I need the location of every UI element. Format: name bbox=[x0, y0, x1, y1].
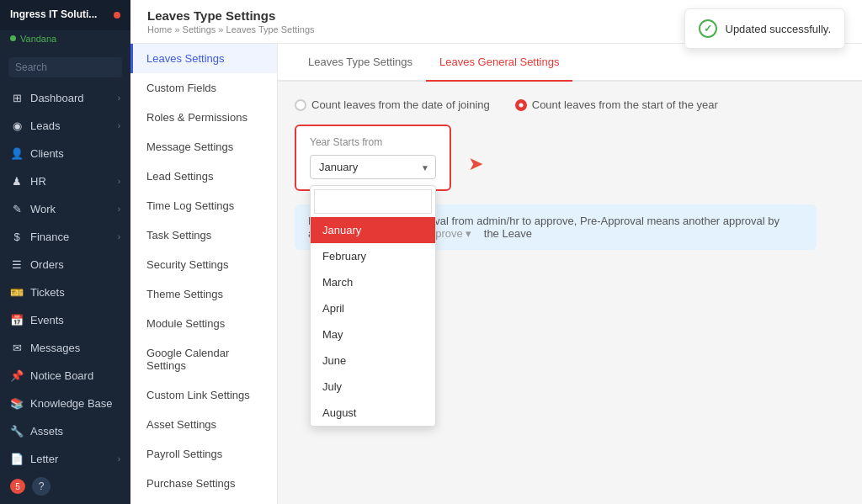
sidebar-item-finance[interactable]: $ Finance › bbox=[0, 223, 130, 251]
settings-item-leaves-settings[interactable]: Leaves Settings bbox=[130, 44, 277, 73]
page-title: Leaves Type Settings bbox=[147, 8, 315, 23]
sidebar-icon-hr: ♟ bbox=[10, 175, 24, 188]
sidebar-label-events: Events bbox=[30, 314, 64, 326]
sidebar-label-notice-board: Notice Board bbox=[30, 369, 93, 382]
main-content: Leaves Type Settings Home » Settings » L… bbox=[130, 0, 862, 504]
month-option-may[interactable]: May bbox=[311, 321, 435, 347]
sidebar-label-letter: Letter bbox=[30, 453, 58, 465]
sidebar-icon-leads: ◉ bbox=[10, 119, 24, 132]
sidebar-label-work: Work bbox=[30, 203, 56, 215]
sidebar-item-left-dashboard: ⊞ Dashboard bbox=[10, 92, 84, 104]
sidebar-item-orders[interactable]: ☰ Orders bbox=[0, 251, 130, 279]
sidebar-icon-messages: ✉ bbox=[10, 342, 24, 354]
sidebar-item-left-messages: ✉ Messages bbox=[10, 342, 80, 354]
content-area: Leaves SettingsCustom FieldsRoles & Perm… bbox=[130, 44, 862, 504]
sidebar-nav: ⊞ Dashboard › ◉ Leads › 👤 Clients ♟ HR ›… bbox=[0, 84, 130, 469]
sidebar-item-notice-board[interactable]: 📌 Notice Board bbox=[0, 362, 130, 390]
settings-item-custom-link[interactable]: Custom Link Settings bbox=[130, 380, 277, 410]
sidebar-item-hr[interactable]: ♟ HR › bbox=[0, 167, 130, 195]
toast-check-icon: ✓ bbox=[699, 19, 717, 38]
radio-option-joining[interactable]: Count leaves from the date of joining bbox=[295, 98, 490, 111]
sidebar-icon-notice-board: 📌 bbox=[10, 369, 24, 382]
settings-item-theme-settings[interactable]: Theme Settings bbox=[130, 279, 277, 309]
settings-sidebar: Leaves SettingsCustom FieldsRoles & Perm… bbox=[130, 44, 278, 504]
settings-item-message-settings[interactable]: Message Settings bbox=[130, 132, 277, 162]
settings-item-google-calendar[interactable]: Google Calendar Settings bbox=[130, 338, 277, 380]
settings-item-module-settings[interactable]: Module Settings bbox=[130, 309, 277, 338]
sidebar-label-orders: Orders bbox=[30, 258, 64, 271]
sidebar-item-left-notice-board: 📌 Notice Board bbox=[10, 369, 93, 382]
month-option-june[interactable]: June bbox=[311, 347, 435, 374]
settings-item-task-settings[interactable]: Task Settings bbox=[130, 220, 277, 250]
sidebar-label-clients: Clients bbox=[30, 147, 64, 160]
sidebar-header: Ingress IT Soluti... bbox=[0, 0, 130, 30]
month-option-march[interactable]: March bbox=[311, 269, 435, 295]
sidebar-item-knowledge-base[interactable]: 📚 Knowledge Base bbox=[0, 390, 130, 417]
sidebar-item-events[interactable]: 📅 Events bbox=[0, 306, 130, 334]
sidebar-icon-events: 📅 bbox=[10, 314, 24, 326]
sidebar-item-dashboard[interactable]: ⊞ Dashboard › bbox=[0, 84, 130, 112]
sidebar: Ingress IT Soluti... Vandana ⊞ Dashboard… bbox=[0, 0, 130, 504]
radio-circle-joining bbox=[295, 99, 306, 111]
sidebar-search-container bbox=[0, 50, 130, 84]
sidebar-item-left-leads: ◉ Leads bbox=[10, 119, 60, 132]
sidebar-label-leads: Leads bbox=[30, 119, 60, 132]
month-option-january[interactable]: January bbox=[311, 217, 435, 243]
sidebar-close-dot[interactable] bbox=[114, 12, 120, 19]
sidebar-item-left-assets: 🔧 Assets bbox=[10, 425, 63, 438]
search-input[interactable] bbox=[8, 57, 122, 77]
month-option-april[interactable]: April bbox=[311, 295, 435, 321]
settings-item-lead-settings[interactable]: Lead Settings bbox=[130, 162, 277, 191]
month-option-august[interactable]: August bbox=[311, 400, 435, 426]
sidebar-item-leads[interactable]: ◉ Leads › bbox=[0, 112, 130, 140]
toast-message: Updated successfully. bbox=[726, 23, 832, 35]
sidebar-icon-dashboard: ⊞ bbox=[10, 92, 24, 104]
tab-type-settings[interactable]: Leaves Type Settings bbox=[295, 44, 426, 82]
month-option-july[interactable]: July bbox=[311, 374, 435, 400]
radio-option-year[interactable]: Count leaves from the start of the year bbox=[515, 98, 718, 111]
settings-item-custom-fields[interactable]: Custom Fields bbox=[130, 73, 277, 103]
sidebar-icon-orders: ☰ bbox=[10, 258, 24, 271]
tab-general-settings[interactable]: Leaves General Settings bbox=[426, 44, 572, 82]
radio-circle-year bbox=[515, 99, 527, 111]
sidebar-item-left-finance: $ Finance bbox=[10, 231, 69, 243]
sidebar-item-left-hr: ♟ HR bbox=[10, 175, 46, 188]
sidebar-item-work[interactable]: ✎ Work › bbox=[0, 195, 130, 223]
tabs-bar: Leaves Type SettingsLeaves General Setti… bbox=[278, 44, 862, 82]
sidebar-item-messages[interactable]: ✉ Messages bbox=[0, 334, 130, 362]
settings-item-purchase-settings[interactable]: Purchase Settings bbox=[130, 469, 277, 498]
help-button[interactable]: ? bbox=[32, 477, 51, 496]
sidebar-item-clients[interactable]: 👤 Clients bbox=[0, 140, 130, 167]
settings-content: Count leaves from the date of joining Co… bbox=[278, 82, 862, 280]
sidebar-item-left-clients: 👤 Clients bbox=[10, 147, 64, 160]
sidebar-icon-assets: 🔧 bbox=[10, 425, 24, 438]
month-search-input[interactable] bbox=[314, 189, 432, 214]
main-panel: Leaves Type SettingsLeaves General Setti… bbox=[278, 44, 862, 504]
username: Vandana bbox=[20, 34, 56, 44]
sidebar-item-left-events: 📅 Events bbox=[10, 314, 64, 326]
month-option-february[interactable]: February bbox=[311, 243, 435, 269]
sidebar-item-left-knowledge-base: 📚 Knowledge Base bbox=[10, 397, 113, 410]
year-starts-box: Year Starts from January ▼ JanuaryFebrua… bbox=[295, 125, 451, 191]
sidebar-item-tickets[interactable]: 🎫 Tickets bbox=[0, 279, 130, 306]
settings-item-roles-permissions[interactable]: Roles & Permissions bbox=[130, 103, 277, 132]
sidebar-label-finance: Finance bbox=[30, 231, 69, 243]
settings-item-time-log-settings[interactable]: Time Log Settings bbox=[130, 191, 277, 220]
settings-item-asset-settings[interactable]: Asset Settings bbox=[130, 410, 277, 439]
sidebar-icon-tickets: 🎫 bbox=[10, 286, 24, 299]
year-starts-label: Year Starts from bbox=[310, 136, 436, 148]
chevron-icon-hr: › bbox=[118, 177, 120, 186]
notification-badge[interactable]: 5 bbox=[10, 479, 25, 494]
month-select-container: January ▼ JanuaryFebruaryMarchAprilMayJu… bbox=[310, 155, 436, 179]
sidebar-label-hr: HR bbox=[30, 175, 46, 188]
sidebar-item-letter[interactable]: 📄 Letter › bbox=[0, 445, 130, 469]
chevron-icon-work: › bbox=[118, 204, 120, 214]
toast-notification: ✓ Updated successfully. bbox=[684, 8, 846, 49]
month-select[interactable]: January bbox=[310, 155, 436, 179]
sidebar-item-assets[interactable]: 🔧 Assets bbox=[0, 417, 130, 445]
sidebar-label-tickets: Tickets bbox=[30, 286, 65, 299]
sidebar-item-left-orders: ☰ Orders bbox=[10, 258, 64, 271]
settings-item-security-settings[interactable]: Security Settings bbox=[130, 250, 277, 279]
chevron-icon-leads: › bbox=[118, 121, 120, 130]
settings-item-payroll-settings[interactable]: Payroll Settings bbox=[130, 439, 277, 469]
